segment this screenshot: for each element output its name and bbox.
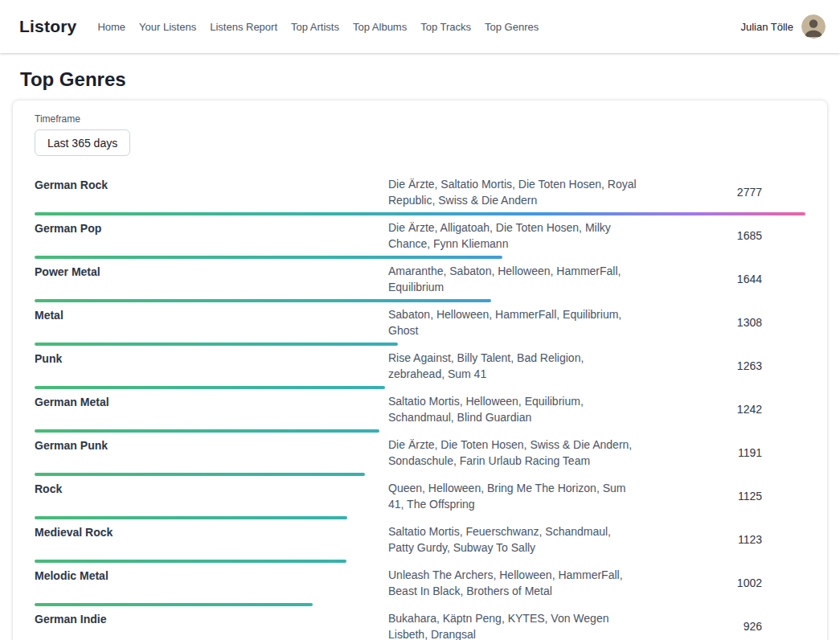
genre-count: 1644 xyxy=(639,273,805,285)
genre-count: 1125 xyxy=(639,490,805,503)
genre-name: Rock xyxy=(35,480,388,497)
main-content: Top Genres Timeframe Last 365 days Germa… xyxy=(0,68,840,640)
genre-name: Punk xyxy=(35,350,388,367)
genre-row: PunkRise Against, Billy Talent, Bad Reli… xyxy=(35,346,805,389)
nav-link-top-artists[interactable]: Top Artists xyxy=(291,21,339,33)
genre-artists: Saltatio Mortis, Helloween, Equilibrium,… xyxy=(388,393,639,425)
nav-link-home[interactable]: Home xyxy=(97,21,125,33)
nav-link-top-tracks[interactable]: Top Tracks xyxy=(420,21,471,33)
user-avatar[interactable] xyxy=(801,14,826,39)
top-genres-card: Timeframe Last 365 days German RockDie Ä… xyxy=(13,101,827,640)
nav-link-top-albums[interactable]: Top Albums xyxy=(353,21,407,33)
genre-count: 1242 xyxy=(639,403,805,416)
genre-name: Medieval Rock xyxy=(35,523,388,540)
genre-count: 1191 xyxy=(639,446,805,459)
genre-table: German RockDie Ärzte, Saltatio Mortis, D… xyxy=(35,172,805,640)
nav-link-top-genres[interactable]: Top Genres xyxy=(485,21,539,33)
genre-artists: Bukahara, Käptn Peng, KYTES, Von Wegen L… xyxy=(388,610,639,640)
navbar: Listory HomeYour ListensListens ReportTo… xyxy=(0,0,840,53)
genre-count: 1685 xyxy=(639,229,805,242)
genre-artists: Die Ärzte, Saltatio Mortis, Die Toten Ho… xyxy=(388,176,639,208)
genre-artists: Die Ärzte, Alligatoah, Die Toten Hosen, … xyxy=(388,219,639,252)
genre-name: German Rock xyxy=(35,176,388,193)
genre-name: Melodic Metal xyxy=(35,567,388,584)
nav-link-your-listens[interactable]: Your Listens xyxy=(139,21,196,33)
timeframe-filter: Timeframe Last 365 days xyxy=(35,113,805,156)
genre-artists: Amaranthe, Sabaton, Helloween, HammerFal… xyxy=(388,263,639,295)
genre-name: Power Metal xyxy=(35,263,388,280)
genre-row: German MetalSaltatio Mortis, Helloween, … xyxy=(35,389,805,433)
genre-row: German IndieBukahara, Käptn Peng, KYTES,… xyxy=(35,606,805,640)
genre-row: German PopDie Ärzte, Alligatoah, Die Tot… xyxy=(35,215,805,259)
user-name[interactable]: Julian Tölle xyxy=(740,21,793,33)
genre-name: Metal xyxy=(35,306,388,323)
genre-name: German Metal xyxy=(35,393,388,410)
genre-row: Power MetalAmaranthe, Sabaton, Helloween… xyxy=(35,259,805,302)
genre-count: 1002 xyxy=(639,576,805,589)
genre-row: Melodic MetalUnleash The Archers, Hellow… xyxy=(35,563,805,606)
timeframe-label: Timeframe xyxy=(35,113,805,125)
genre-artists: Queen, Helloween, Bring Me The Horizon, … xyxy=(388,480,639,512)
genre-name: German Punk xyxy=(35,437,388,453)
genre-row: RockQueen, Helloween, Bring Me The Horiz… xyxy=(35,476,805,519)
genre-count: 1308 xyxy=(639,316,805,329)
genre-count: 2777 xyxy=(639,186,805,199)
genre-name: German Pop xyxy=(35,219,388,236)
genre-artists: Rise Against, Billy Talent, Bad Religion… xyxy=(388,350,639,382)
genre-artists: Sabaton, Helloween, HammerFall, Equilibr… xyxy=(388,306,639,338)
genre-count: 926 xyxy=(639,620,805,633)
brand-logo[interactable]: Listory xyxy=(19,17,76,36)
nav-links: HomeYour ListensListens ReportTop Artist… xyxy=(97,21,539,33)
genre-name: German Indie xyxy=(35,610,388,627)
genre-artists: Saltatio Mortis, Feuerschwanz, Schandmau… xyxy=(388,523,639,556)
genre-row: Medieval RockSaltatio Mortis, Feuerschwa… xyxy=(35,519,805,563)
genre-count: 1123 xyxy=(639,533,805,546)
genre-artists: Die Ärzte, Die Toten Hosen, Swiss & Die … xyxy=(388,437,639,469)
navbar-left: Listory HomeYour ListensListens ReportTo… xyxy=(19,17,539,36)
avatar-image xyxy=(801,14,826,39)
navbar-right: Julian Tölle xyxy=(740,14,826,39)
page-title: Top Genres xyxy=(20,68,827,91)
genre-row: German RockDie Ärzte, Saltatio Mortis, D… xyxy=(35,172,805,215)
genre-count: 1263 xyxy=(639,359,805,372)
genre-row: German PunkDie Ärzte, Die Toten Hosen, S… xyxy=(35,433,805,476)
nav-link-listens-report[interactable]: Listens Report xyxy=(210,21,277,33)
genre-row: MetalSabaton, Helloween, HammerFall, Equ… xyxy=(35,302,805,346)
genre-artists: Unleash The Archers, Helloween, HammerFa… xyxy=(388,567,639,599)
timeframe-select[interactable]: Last 365 days xyxy=(35,129,130,156)
